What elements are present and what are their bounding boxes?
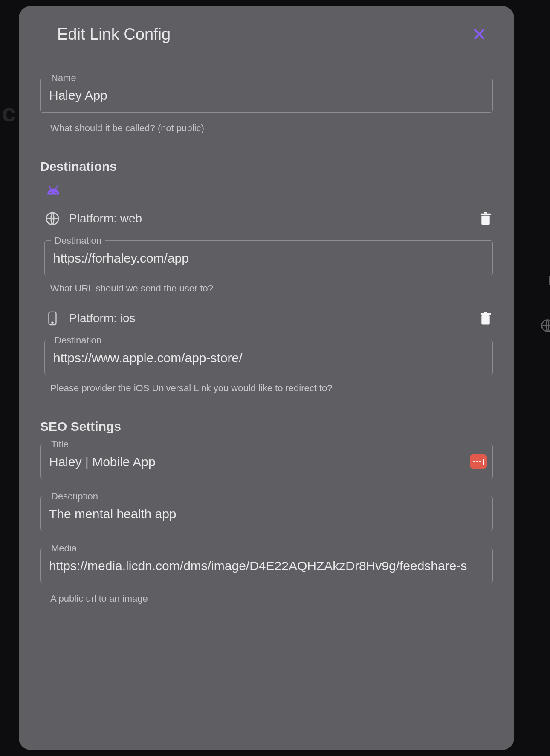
seo-media-group: Media — [40, 548, 493, 583]
seo-title-label: Title — [48, 439, 72, 450]
svg-rect-13 — [481, 315, 489, 325]
password-manager-badge-icon[interactable] — [470, 454, 487, 469]
android-icon — [44, 184, 62, 196]
background-globe-icon — [541, 319, 550, 334]
seo-media-input[interactable] — [40, 548, 493, 583]
svg-rect-15 — [484, 312, 487, 313]
svg-rect-14 — [481, 313, 491, 315]
name-helper: What should it be called? (not public) — [40, 118, 493, 134]
destination-input-ios[interactable] — [44, 340, 493, 375]
svg-point-12 — [52, 322, 53, 323]
name-input[interactable] — [40, 78, 493, 113]
svg-line-6 — [56, 186, 58, 188]
platform-label-web: Platform: web — [69, 212, 142, 225]
seo-title-input[interactable] — [40, 444, 493, 479]
modal-header: Edit Link Config — [32, 25, 501, 43]
name-field-group: Name — [40, 78, 493, 113]
globe-icon — [45, 211, 60, 226]
destination-label-ios: Destination — [51, 335, 105, 346]
edit-link-config-modal: Edit Link Config Name What should it be … — [19, 6, 514, 750]
svg-line-5 — [49, 186, 51, 188]
platform-row-web: Platform: web — [40, 209, 493, 234]
seo-media-helper: A public url to an image — [40, 589, 493, 604]
destination-input-web[interactable] — [44, 240, 493, 275]
destination-helper-ios: Please provider the iOS Universal Link y… — [40, 378, 493, 394]
svg-rect-10 — [484, 212, 487, 214]
svg-point-4 — [55, 192, 57, 193]
svg-rect-9 — [481, 214, 491, 215]
seo-description-input[interactable] — [40, 496, 493, 531]
seo-title-group: Title — [40, 444, 493, 479]
modal-title: Edit Link Config — [57, 25, 171, 43]
svg-rect-8 — [481, 216, 489, 225]
trash-icon — [479, 211, 492, 226]
add-android-platform-chip[interactable] — [44, 184, 493, 198]
delete-platform-ios-button[interactable] — [479, 311, 492, 326]
destination-field-ios: Destination — [44, 340, 493, 375]
platform-label-ios: Platform: ios — [69, 312, 136, 325]
platform-block-ios: Platform: ios Destination Please provide… — [40, 309, 493, 394]
mobile-icon — [45, 311, 60, 326]
delete-platform-web-button[interactable] — [479, 211, 492, 226]
name-label: Name — [48, 72, 80, 84]
svg-point-3 — [50, 192, 51, 193]
seo-description-group: Description — [40, 496, 493, 531]
close-icon — [472, 27, 486, 41]
seo-description-label: Description — [48, 491, 101, 502]
seo-media-label: Media — [48, 543, 80, 554]
platform-block-web: Platform: web Destination What URL shoul… — [40, 209, 493, 294]
background-text-fragment: ec — [0, 98, 17, 127]
background-text-fragment-right: D — [548, 273, 550, 289]
close-button[interactable] — [470, 25, 489, 43]
destination-helper-web: What URL should we send the user to? — [40, 279, 493, 294]
seo-heading: SEO Settings — [40, 419, 493, 434]
platform-row-ios: Platform: ios — [40, 309, 493, 333]
trash-icon — [479, 311, 492, 326]
destination-label-web: Destination — [51, 235, 105, 246]
destinations-heading: Destinations — [40, 159, 493, 174]
destination-field-web: Destination — [44, 240, 493, 275]
